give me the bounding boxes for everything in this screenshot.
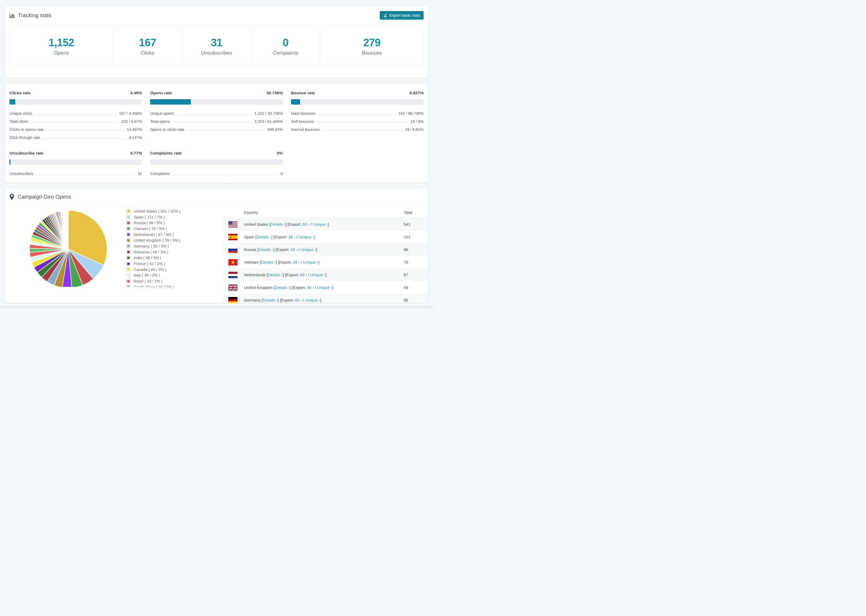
legend-swatch (126, 226, 131, 231)
map-pin-icon (9, 194, 14, 200)
export-all-link[interactable]: All › (294, 298, 301, 302)
rate-stat-row: Opens to clicks rate689.82% (150, 126, 283, 134)
rate-stat-value: 2,303 / 61.446% (254, 119, 283, 124)
pie-slice[interactable] (68, 211, 68, 249)
rate-progress-fill (9, 99, 15, 105)
details-link[interactable]: Details › (275, 285, 290, 290)
export-unique-link[interactable]: Unique › (303, 260, 318, 264)
legend-item: Spain ( 121 / 7% ) (126, 214, 181, 220)
legend-swatch (126, 215, 131, 219)
rate-progress-bar (150, 99, 283, 105)
rate-panel-bounce-rate: Bounce rate6.927%Hard bounces242 / 86.73… (291, 91, 424, 141)
details-link[interactable]: Details › (270, 222, 285, 226)
geo-table-row-gb: United Kingdom [Details ›] [Export: All … (223, 281, 428, 294)
rate-stat-value: 18 / 0% (410, 119, 424, 124)
geo-pie-chart[interactable] (27, 208, 110, 291)
legend-label: United Kingdom ( 59 / 3% ) (134, 238, 181, 242)
stat-label: Bounces (362, 50, 382, 56)
dotted-leader (176, 114, 252, 115)
rate-stat-label: Unsubscribes (9, 171, 33, 176)
export-all-link[interactable]: All › (300, 272, 307, 277)
legend-swatch (126, 244, 131, 248)
vn-flag-icon (228, 259, 238, 266)
rate-stat-value: 689.82% (267, 127, 283, 132)
rate-progress-bar (291, 99, 424, 105)
export-all-link[interactable]: All › (293, 260, 299, 264)
rate-stat-row: Internal bounces19 / 6.81% (291, 126, 424, 134)
export-all-link[interactable]: All › (307, 285, 313, 290)
export-unique-link[interactable]: Unique › (299, 235, 314, 239)
geo-country-cell: Spain [Details ›] [Export: All › / Uniqu… (244, 235, 404, 239)
us-flag-icon (228, 221, 238, 228)
export-unique-link[interactable]: Unique › (301, 247, 316, 252)
legend-label: Russia ( 86 / 5% ) (134, 221, 165, 225)
rate-title: Clicks rate (9, 91, 30, 96)
stat-label: Unsubscribes (201, 50, 232, 56)
rate-stat-row: Unique opens1,152 / 30.736% (150, 109, 283, 118)
details-link[interactable]: Details › (261, 260, 276, 264)
rate-stat-value: 1,152 / 30.736% (254, 111, 283, 116)
rate-progress-fill (9, 159, 11, 165)
rate-value: 0.77% (130, 151, 142, 156)
bar-chart-icon (9, 13, 15, 18)
details-link[interactable]: Details › (258, 247, 273, 252)
legend-label: Spain ( 121 / 7% ) (134, 215, 165, 219)
legend-swatch (126, 233, 131, 237)
rate-title: Bounce rate (291, 91, 315, 96)
export-unique-link[interactable]: Unique › (317, 285, 332, 290)
geo-country-cell: Russia [Details ›] [Export: All › / Uniq… (244, 247, 404, 252)
geo-total-cell: 55 (404, 298, 428, 302)
geo-total-cell: 541 (404, 222, 428, 226)
details-link[interactable]: Details › (257, 235, 271, 239)
legend-swatch (126, 285, 131, 289)
export-basic-stats-button[interactable]: Export basic stats (380, 11, 424, 20)
stat-value: 167 (139, 37, 156, 48)
rate-progress-bar (9, 99, 142, 105)
rates-grid: Clicks rate4.46%Unique clicks167 / 4.456… (5, 83, 428, 185)
dotted-leader (316, 122, 408, 123)
rate-value: 6.927% (409, 91, 424, 96)
dotted-leader (42, 138, 127, 139)
geo-total-cell: 79 (404, 260, 428, 264)
rate-stat-label: Complaints (150, 171, 170, 176)
details-link[interactable]: Details › (263, 298, 277, 302)
stat-value: 279 (363, 37, 380, 48)
rate-panel-opens-rate: Opens rate30.736%Unique opens1,152 / 30.… (150, 91, 283, 141)
column-header-total: Total (404, 210, 428, 215)
dotted-leader (317, 114, 397, 115)
export-icon (383, 13, 387, 17)
geo-table-row-de: Germany [Details ›] [Export: All › / Uni… (223, 294, 428, 303)
geo-legend: United States ( 541 / 31% )Spain ( 121 /… (126, 208, 181, 290)
legend-item: Netherlands ( 67 / 4% ) (126, 232, 181, 237)
stat-label: Opens (54, 50, 69, 56)
legend-swatch (126, 250, 131, 254)
dotted-leader (35, 114, 117, 115)
legend-item: France ( 42 / 2% ) (126, 261, 181, 267)
legend-item: United States ( 541 / 31% ) (126, 208, 181, 214)
details-link[interactable]: Details › (268, 272, 283, 277)
export-unique-link[interactable]: Unique › (313, 222, 328, 226)
export-all-link[interactable]: All › (290, 247, 298, 252)
stat-value: 31 (211, 37, 222, 48)
legend-label: United States ( 541 / 31% ) (134, 209, 181, 214)
gb-flag-icon (228, 284, 238, 291)
dotted-leader (35, 174, 135, 175)
column-header-country: Country (244, 210, 404, 215)
export-all-link[interactable]: All › (288, 235, 295, 239)
de-flag-icon (228, 297, 238, 303)
rate-stat-value: 220 / 5.87% (121, 119, 142, 124)
rate-stat-label: Total clicks (9, 119, 28, 124)
legend-swatch (126, 209, 131, 213)
legend-item: India ( 46 / 3% ) (126, 255, 181, 261)
export-unique-link[interactable]: Unique › (305, 298, 320, 302)
legend-item: Vietnam ( 79 / 5% ) (126, 226, 181, 232)
rate-stat-row: Unsubscribes31 (9, 170, 142, 178)
legend-item: Russia ( 86 / 5% ) (126, 220, 181, 226)
stat-label: Clicks (141, 50, 154, 56)
export-all-link[interactable]: All › (302, 222, 309, 226)
legend-item: Romania ( 49 / 3% ) (126, 249, 181, 255)
export-unique-link[interactable]: Unique › (310, 272, 326, 277)
rates-card: Clicks rate4.46%Unique clicks167 / 4.456… (5, 83, 428, 183)
stat-value: 0 (283, 37, 288, 48)
geo-country-cell: Netherlands [Details ›] [Export: All › /… (244, 272, 404, 277)
